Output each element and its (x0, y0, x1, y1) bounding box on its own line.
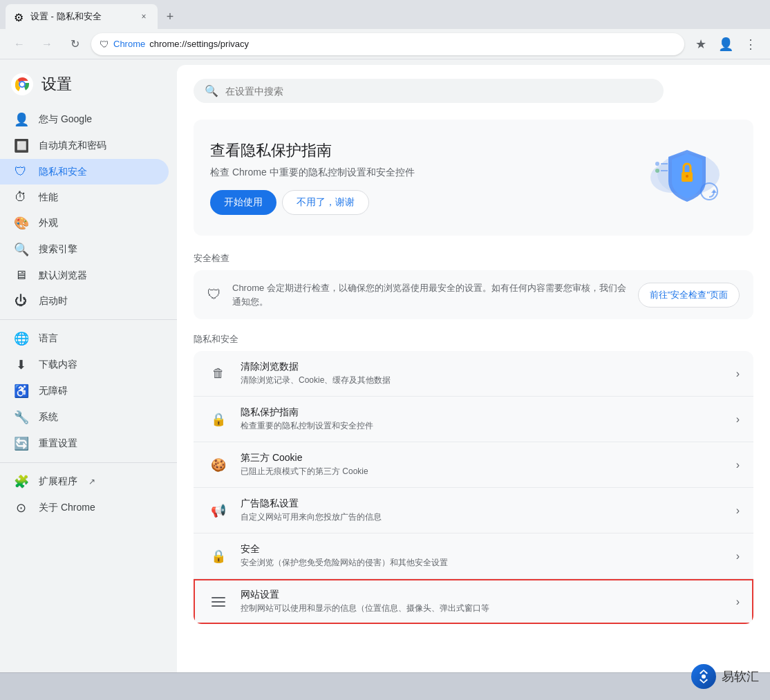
sidebar-item-accessibility[interactable]: ♿ 无障碍 (0, 378, 169, 404)
privacy-guide-description: 检查 Chrome 中重要的隐私控制设置和安全控件 (210, 167, 415, 179)
svg-point-8 (655, 162, 659, 166)
security-check-label: 安全检查 (194, 252, 753, 265)
back-button[interactable]: ← (8, 33, 30, 55)
tab-favicon: ⚙ (14, 11, 25, 22)
sidebar-item-label: 语言 (39, 332, 58, 345)
sidebar-item-label: 性能 (39, 191, 58, 204)
third-party-desc: 已阻止无痕模式下的第三方 Cookie (241, 466, 725, 477)
lock-icon: 🔒 (207, 545, 229, 567)
dismiss-button[interactable]: 不用了，谢谢 (282, 190, 369, 215)
sidebar-item-label: 扩展程序 (39, 475, 77, 488)
ad-privacy-desc: 自定义网站可用来向您投放广告的信息 (241, 511, 725, 523)
sidebar-item-label: 自动填充和密码 (39, 140, 106, 152)
new-tab-button[interactable]: + (160, 7, 180, 26)
sidebar-item-startup[interactable]: ⏻ 启动时 (0, 288, 169, 314)
menu-button[interactable]: ⋮ (740, 33, 762, 55)
active-tab[interactable]: ⚙ 设置 - 隐私和安全 × (6, 4, 158, 29)
cookie-icon: 🍪 (207, 454, 229, 476)
sidebar-item-label: 外观 (39, 217, 58, 229)
profile-button[interactable]: 👤 (715, 33, 737, 55)
address-bar[interactable]: 🛡 Chrome chrome://settings/privacy (91, 33, 684, 55)
site-settings-desc: 控制网站可以使用和显示的信息（位置信息、摄像头、弹出式窗口等 (241, 603, 725, 614)
privacy-guide-item[interactable]: 🔒 隐私保护指南 检查重要的隐私控制设置和安全控件 › (194, 397, 753, 442)
chrome-about-icon: ⊙ (14, 500, 28, 515)
language-icon: 🌐 (14, 331, 28, 346)
sidebar-item-system[interactable]: 🔧 系统 (0, 404, 169, 431)
sidebar-item-label: 搜索引擎 (39, 243, 77, 256)
clear-browsing-desc: 清除浏览记录、Cookie、缓存及其他数据 (241, 375, 725, 386)
sidebar-item-language[interactable]: 🌐 语言 (0, 325, 169, 352)
privacy-guide-icon: 🔒 (207, 408, 229, 431)
sidebar-item-label: 您与 Google (39, 113, 92, 126)
sidebar-item-label: 重置设置 (39, 437, 77, 450)
tab-title: 设置 - 隐私和安全 (30, 10, 133, 23)
sidebar-divider (0, 319, 177, 320)
clear-browsing-text: 清除浏览数据 清除浏览记录、Cookie、缓存及其他数据 (241, 361, 725, 386)
tab-close-button[interactable]: × (138, 11, 149, 22)
svg-rect-15 (212, 605, 225, 607)
chevron-right-icon-4: › (736, 504, 740, 517)
search-bar[interactable]: 🔍 (194, 79, 664, 103)
privacy-guide-text: 隐私保护指南 检查重要的隐私控制设置和安全控件 (241, 406, 725, 432)
search-input[interactable] (225, 86, 652, 97)
sidebar-section-advanced: 🌐 语言 ⬇ 下载内容 ♿ 无障碍 🔧 系统 🔄 重置设置 (0, 325, 177, 457)
reset-icon: 🔄 (14, 436, 28, 451)
sidebar-item-downloads[interactable]: ⬇ 下载内容 (0, 352, 169, 378)
security-check-icon: 🛡 (207, 287, 221, 303)
toolbar-right: ★ 👤 ⋮ (690, 33, 762, 55)
sidebar-item-autofill[interactable]: 🔲 自动填充和密码 (0, 133, 169, 159)
start-button[interactable]: 开始使用 (210, 190, 276, 215)
ad-privacy-item[interactable]: 📢 广告隐私设置 自定义网站可用来向您投放广告的信息 › (194, 488, 753, 533)
third-party-cookies-item[interactable]: 🍪 第三方 Cookie 已阻止无痕模式下的第三方 Cookie › (194, 442, 753, 488)
bookmark-button[interactable]: ★ (690, 33, 712, 55)
sidebar-section-main: 👤 您与 Google 🔲 自动填充和密码 🛡 隐私和安全 ⏱ 性能 🎨 (0, 106, 177, 314)
sidebar-item-label: 启动时 (39, 295, 68, 308)
security-check-button[interactable]: 前往"安全检查"页面 (638, 283, 740, 308)
refresh-button[interactable]: ↻ (64, 33, 86, 55)
chevron-right-icon-3: › (736, 459, 740, 471)
ad-privacy-text: 广告隐私设置 自定义网站可用来向您投放广告的信息 (241, 498, 725, 523)
privacy-guide-buttons: 开始使用 不用了，谢谢 (210, 190, 415, 215)
sidebar-item-appearance[interactable]: 🎨 外观 (0, 210, 169, 236)
sidebar-item-reset[interactable]: 🔄 重置设置 (0, 431, 169, 457)
sidebar-item-label: 系统 (39, 411, 58, 424)
svg-rect-13 (212, 597, 225, 598)
security-desc: 安全浏览（保护您免受危险网站的侵害）和其他安全设置 (241, 557, 725, 569)
site-settings-text: 网站设置 控制网站可以使用和显示的信息（位置信息、摄像头、弹出式窗口等 (241, 589, 725, 614)
svg-point-10 (655, 169, 659, 173)
third-party-text: 第三方 Cookie 已阻止无痕模式下的第三方 Cookie (241, 452, 725, 477)
chevron-right-icon-6: › (736, 596, 740, 608)
svg-marker-12 (711, 189, 717, 193)
sidebar-section-extra: 🧩 扩展程序 ↗ ⊙ 关于 Chrome (0, 469, 177, 521)
person-icon: 👤 (14, 112, 28, 127)
ad-icon: 📢 (207, 500, 229, 522)
sidebar-item-default-browser[interactable]: 🖥 默认浏览器 (0, 263, 169, 288)
sidebar-item-performance[interactable]: ⏱ 性能 (0, 185, 169, 210)
accessibility-icon: ♿ (14, 384, 28, 399)
power-icon: ⏻ (14, 294, 28, 308)
chrome-badge: Chrome (113, 39, 145, 49)
chrome-logo-icon (11, 73, 33, 95)
autofill-icon: 🔲 (14, 138, 28, 153)
search-icon: 🔍 (14, 242, 28, 257)
clear-browsing-title: 清除浏览数据 (241, 361, 725, 373)
main-content: 设置 👤 您与 Google 🔲 自动填充和密码 🛡 隐私和安全 ⏱ (0, 59, 770, 672)
chevron-right-icon: › (736, 368, 740, 380)
sidebar-item-about[interactable]: ⊙ 关于 Chrome (0, 495, 169, 521)
watermark-logo (691, 664, 716, 689)
sidebar-item-google[interactable]: 👤 您与 Google (0, 106, 169, 133)
site-settings-icon (207, 591, 229, 613)
sidebar: 设置 👤 您与 Google 🔲 自动填充和密码 🛡 隐私和安全 ⏱ (0, 59, 177, 672)
privacy-guide-card: 查看隐私保护指南 检查 Chrome 中重要的隐私控制设置和安全控件 开始使用 … (194, 120, 753, 236)
forward-button[interactable]: → (36, 33, 58, 55)
sidebar-item-extensions[interactable]: 🧩 扩展程序 ↗ (0, 469, 169, 495)
sidebar-divider-2 (0, 462, 177, 463)
clear-browsing-item[interactable]: 🗑 清除浏览数据 清除浏览记录、Cookie、缓存及其他数据 › (194, 351, 753, 397)
sidebar-item-privacy[interactable]: 🛡 隐私和安全 (0, 159, 169, 185)
security-item[interactable]: 🔒 安全 安全浏览（保护您免受危险网站的侵害）和其他安全设置 › (194, 533, 753, 579)
site-settings-item[interactable]: 网站设置 控制网站可以使用和显示的信息（位置信息、摄像头、弹出式窗口等 › (194, 579, 753, 624)
wrench-icon: 🔧 (14, 410, 28, 425)
external-link-icon: ↗ (88, 477, 95, 486)
sidebar-item-search[interactable]: 🔍 搜索引擎 (0, 236, 169, 263)
sidebar-app-title: 设置 (41, 74, 72, 95)
